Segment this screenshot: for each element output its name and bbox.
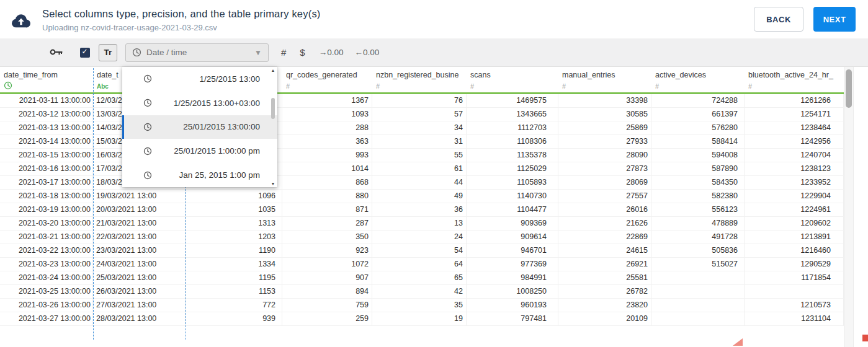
cell[interactable]: 1254171 [745,108,844,121]
cell[interactable]: 1242956 [745,135,844,149]
cell[interactable]: 1190 [186,244,282,258]
cell[interactable]: 25869 [558,121,651,135]
column-header-qr_codes_generated[interactable]: qr_codes_generated# [282,67,372,92]
cell[interactable]: 1105893 [467,176,558,190]
cell[interactable]: 22/03/2021 13:00 [93,231,186,244]
cell[interactable]: 1104477 [467,203,558,217]
cell[interactable]: 584350 [651,176,745,190]
cell[interactable]: 20/03/2021 13:00 [93,203,186,217]
cell[interactable]: 871 [282,203,372,217]
cell[interactable]: 288 [282,121,372,135]
cell[interactable]: 505836 [651,244,745,258]
next-button[interactable]: NEXT [813,7,856,32]
cell[interactable]: 960193 [467,299,558,312]
cell[interactable]: 35 [372,299,467,312]
cell[interactable]: 1093 [282,108,372,121]
cell[interactable]: 64 [372,258,467,271]
cell[interactable]: 984991 [467,271,558,285]
cell[interactable]: 27873 [558,162,651,176]
cell[interactable]: 259 [282,312,372,326]
cell[interactable]: 2021-03-18 13:00:00 [0,190,93,203]
cell[interactable]: 26921 [558,258,651,271]
cell[interactable]: 23/03/2021 13:00 [93,244,186,258]
column-header-date_time_from[interactable]: date_time_from [0,67,93,92]
cell[interactable]: 588414 [651,135,745,149]
cell[interactable]: 34 [372,121,467,135]
cell[interactable]: 1014 [282,162,372,176]
cell[interactable]: 1233952 [745,176,844,190]
cell[interactable]: 26016 [558,203,651,217]
cell[interactable]: 1469575 [467,94,558,108]
cell[interactable]: 1367 [282,94,372,108]
cell[interactable]: 54 [372,244,467,258]
cell[interactable]: 2021-03-14 13:00:00 [0,135,93,149]
cell[interactable]: 946701 [467,244,558,258]
cell[interactable]: 23820 [558,299,651,312]
vertical-scrollbar-thumb[interactable] [846,69,852,108]
cell[interactable]: 1238123 [745,162,844,176]
date-format-option[interactable]: 25/01/2015 1:00:00 pm [122,139,277,163]
cell[interactable]: 594008 [651,149,745,162]
cell[interactable]: 894 [282,285,372,299]
cell[interactable]: 868 [282,176,372,190]
cell[interactable]: 2021-03-17 13:00:00 [0,176,93,190]
cell[interactable]: 923 [282,244,372,258]
vertical-scrollbar[interactable] [844,67,854,347]
cell[interactable]: 13 [372,217,467,231]
column-type-dropdown[interactable]: Date / time ▼ [125,43,269,62]
cell[interactable]: 1096 [186,190,282,203]
cell[interactable]: 491728 [651,231,745,244]
primary-key-icon[interactable] [50,48,63,58]
currency-type-button[interactable]: $ [300,47,305,58]
cell[interactable]: 65 [372,271,467,285]
cell[interactable] [651,285,745,299]
cell[interactable]: 909369 [467,217,558,231]
cell[interactable]: 24/03/2021 13:00 [93,258,186,271]
cell[interactable] [651,312,745,326]
cell[interactable]: 587890 [651,162,745,176]
back-button[interactable]: BACK [754,7,803,32]
date-format-option[interactable]: Jan 25, 2015 1:00 pm [122,163,277,187]
column-header-manual_entries[interactable]: manual_entries# [558,67,651,92]
cell[interactable]: 1229904 [745,190,844,203]
cell[interactable]: 661397 [651,108,745,121]
cell[interactable]: 42 [372,285,467,299]
cell[interactable]: 880 [282,190,372,203]
column-header-nzbn_registered_busine[interactable]: nzbn_registered_busine# [372,67,467,92]
cell[interactable]: 21626 [558,217,651,231]
cell[interactable]: 31 [372,135,467,149]
menu-scrollbar[interactable]: ▲ ▼ [270,68,276,186]
cell[interactable]: 1216460 [745,244,844,258]
cell[interactable]: 27557 [558,190,651,203]
scroll-up-icon[interactable]: ▲ [270,68,276,72]
cell[interactable]: 1072 [282,258,372,271]
date-format-option[interactable]: 1/25/2015 13:00 [122,67,277,91]
cell[interactable]: 977369 [467,258,558,271]
cell[interactable]: 2021-03-21 13:00:00 [0,231,93,244]
cell[interactable]: 1209602 [745,217,844,231]
cell[interactable]: 1140730 [467,190,558,203]
cell[interactable]: 24 [372,231,467,244]
scroll-down-icon[interactable]: ▼ [270,182,276,186]
cell[interactable]: 2021-03-27 13:00:00 [0,312,93,326]
cell[interactable]: 2021-03-20 13:00:00 [0,217,93,231]
cell[interactable]: 2021-03-15 13:00:00 [0,149,93,162]
cell[interactable]: 1240704 [745,149,844,162]
cell[interactable]: 2021-03-25 13:00:00 [0,285,93,299]
menu-scrollbar-thumb[interactable] [271,98,275,119]
cell[interactable]: 55 [372,149,467,162]
cell[interactable]: 363 [282,135,372,149]
cell[interactable]: 30585 [558,108,651,121]
column-header-active_devices[interactable]: active_devices# [651,67,745,92]
cell[interactable] [651,299,745,312]
cell[interactable]: 1238464 [745,121,844,135]
cell[interactable]: 26/03/2021 13:00 [93,285,186,299]
cell[interactable]: 1203 [186,231,282,244]
cell[interactable]: 993 [282,149,372,162]
column-header-scans[interactable]: scans# [467,67,558,92]
cell[interactable]: 28069 [558,176,651,190]
cell[interactable]: 19 [372,312,467,326]
date-format-option[interactable]: 1/25/2015 13:00+03:00 [122,91,277,115]
cell[interactable]: 939 [186,312,282,326]
cell[interactable]: 772 [186,299,282,312]
